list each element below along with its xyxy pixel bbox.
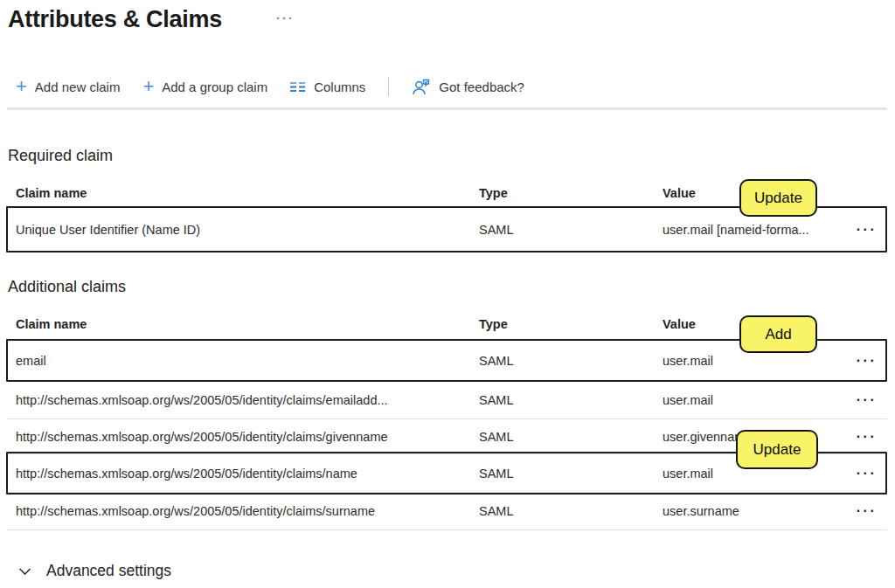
feedback-icon [412,78,431,96]
claim-type-cell: SAML [479,467,663,481]
claim-type-cell: SAML [479,504,663,518]
claim-type-cell: SAML [479,223,663,237]
claim-name-cell: http://schemas.xmlsoap.org/ws/2005/05/id… [7,467,479,481]
column-header-type: Type [479,317,663,331]
title-context-menu-icon[interactable]: ··· [276,10,295,25]
callout-update-name: Update [736,430,818,469]
claim-row-surname[interactable]: http://schemas.xmlsoap.org/ws/2005/05/id… [7,493,887,530]
toolbar-separator-line [7,107,887,110]
got-feedback-label: Got feedback? [439,80,524,94]
row-context-menu-icon[interactable]: ··· [855,466,878,481]
toolbar-divider [388,77,389,96]
claim-value-cell: user.mail [663,354,846,368]
column-header-claim-name: Claim name [7,317,479,331]
claim-name-cell: email [7,354,479,368]
add-group-claim-button[interactable]: + Add a group claim [142,78,267,95]
row-context-menu-icon[interactable]: ··· [855,429,878,445]
page-title: Attributes & Claims [8,6,222,33]
row-context-menu-icon[interactable]: ··· [855,353,878,369]
claim-name-cell: Unique User Identifier (Name ID) [7,223,479,237]
required-claim-heading: Required claim [8,147,113,165]
claim-row-emailaddress[interactable]: http://schemas.xmlsoap.org/ws/2005/05/id… [7,381,887,419]
row-context-menu-icon[interactable]: ··· [855,222,878,238]
add-group-claim-label: Add a group claim [162,80,267,94]
callout-add-email: Add [739,315,817,353]
chevron-down-icon [18,567,31,576]
plus-icon: + [142,78,154,95]
row-context-menu-icon[interactable]: ··· [855,503,878,519]
claim-value-cell: user.surname [663,504,846,518]
command-bar: + Add new claim + Add a group claim Colu… [16,77,524,96]
plus-icon: + [16,78,27,95]
got-feedback-button[interactable]: Got feedback? [412,78,524,96]
claim-name-cell: http://schemas.xmlsoap.org/ws/2005/05/id… [7,430,479,444]
add-new-claim-button[interactable]: + Add new claim [16,78,120,95]
row-context-menu-icon[interactable]: ··· [855,392,878,408]
claim-name-cell: http://schemas.xmlsoap.org/ws/2005/05/id… [7,393,479,407]
columns-button[interactable]: Columns [290,80,365,94]
add-new-claim-label: Add new claim [35,80,121,94]
claim-value-cell: user.mail [nameid-forma... [663,223,846,237]
claim-type-cell: SAML [479,430,663,444]
claim-type-cell: SAML [479,354,663,368]
claim-value-cell: user.mail [663,393,846,407]
columns-icon [290,81,306,93]
advanced-settings-toggle[interactable]: Advanced settings [18,562,171,580]
callout-update-required: Update [739,179,817,217]
claim-type-cell: SAML [479,393,663,407]
column-header-claim-name: Claim name [7,186,479,200]
advanced-settings-label: Advanced settings [46,562,171,580]
columns-label: Columns [314,80,365,94]
column-header-type: Type [479,186,663,200]
claim-name-cell: http://schemas.xmlsoap.org/ws/2005/05/id… [7,504,479,518]
additional-claims-heading: Additional claims [8,278,126,296]
